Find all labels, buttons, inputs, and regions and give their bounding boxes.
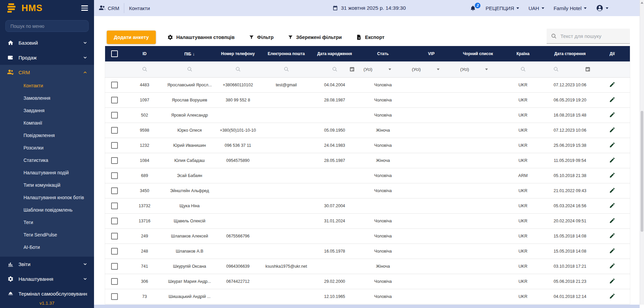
column-header-id[interactable]: ID — [124, 46, 166, 61]
edit-button[interactable] — [609, 112, 615, 118]
edit-button[interactable] — [609, 217, 615, 224]
sidebar-item-nalashtuvannya[interactable]: Налаштування — [0, 271, 94, 286]
select-all-checkbox[interactable] — [111, 50, 118, 57]
column-header-phone[interactable]: Номер телефону — [214, 46, 262, 61]
row-checkbox[interactable] — [111, 142, 118, 149]
filter-country[interactable] — [501, 61, 546, 77]
edit-button[interactable] — [609, 96, 615, 103]
row-checkbox[interactable] — [111, 278, 118, 285]
cell-created: 05.10.2018 21:38 — [546, 168, 595, 183]
filter-created[interactable] — [546, 61, 595, 77]
column-header-gender[interactable]: Стать — [359, 46, 407, 61]
filter-blacklist-select[interactable]: (Усі) — [456, 61, 501, 77]
filter-vip-select[interactable]: (Усі) — [407, 61, 456, 77]
user-menu[interactable] — [596, 4, 608, 12]
edit-button[interactable] — [609, 127, 615, 133]
column-header-country[interactable]: Країна — [501, 46, 546, 61]
notifications-button[interactable]: 2 — [470, 5, 476, 11]
sidebar-subitem-4[interactable]: Повідомлення — [0, 129, 94, 142]
row-checkbox[interactable] — [111, 203, 118, 209]
filter-gender-select[interactable]: (Усі) — [359, 61, 407, 77]
horizontal-scrollbar[interactable] — [94, 305, 640, 308]
sidebar-item-prodazh[interactable]: Продаж — [0, 50, 94, 65]
edit-button[interactable] — [609, 81, 615, 88]
row-checkbox[interactable] — [111, 248, 118, 255]
row-checkbox[interactable] — [111, 97, 118, 103]
sidebar-item-terminal[interactable]: Термінал самообслуговування — [0, 286, 94, 301]
reception-menu[interactable]: РЕЦЕПЦИЯ — [486, 5, 519, 11]
edit-button[interactable] — [609, 187, 615, 193]
row-checkbox[interactable] — [111, 127, 118, 134]
edit-button[interactable] — [609, 232, 615, 239]
cell-actions — [595, 228, 630, 244]
cell-name: Юрко Олеся — [166, 123, 214, 138]
filter-pib[interactable] — [166, 61, 214, 77]
edit-button[interactable] — [609, 142, 615, 148]
column-header-vip[interactable]: VIP — [407, 46, 456, 61]
table-search-input[interactable] — [560, 33, 626, 39]
row-checkbox[interactable] — [111, 157, 118, 164]
row-checkbox[interactable] — [111, 187, 118, 194]
sidebar-subitem-5[interactable]: Розсилки — [0, 142, 94, 154]
sidebar-subitem-0[interactable]: Контакти — [0, 80, 94, 92]
column-header-blacklist[interactable]: Чорний список — [456, 46, 501, 61]
row-checkbox[interactable] — [111, 218, 118, 224]
cell-name: Юрий Иванишин — [166, 138, 214, 153]
calendar-picker-icon[interactable] — [585, 67, 591, 72]
sidebar-subitem-9[interactable]: Налаштування кнопок ботів — [0, 191, 94, 204]
row-checkbox[interactable] — [111, 233, 118, 239]
sidebar-subitem-7[interactable]: Налаштування подій — [0, 167, 94, 179]
sidebar-item-crm[interactable]: CRM — [0, 65, 94, 80]
menu-search-input[interactable] — [5, 20, 89, 32]
cell-gender: Чоловіча — [359, 244, 407, 259]
row-checkbox[interactable] — [111, 293, 118, 300]
saved-filters-button[interactable]: Збережені фільтри — [288, 35, 342, 40]
edit-button[interactable] — [609, 248, 615, 254]
edit-button[interactable] — [609, 202, 615, 209]
edit-button[interactable] — [609, 263, 615, 269]
filter-phone[interactable] — [214, 61, 262, 77]
filter-id[interactable] — [124, 61, 166, 77]
scroll-up-icon[interactable] — [641, 2, 643, 4]
sidebar-item-zvity[interactable]: Звіти — [0, 257, 94, 271]
sidebar-subitem-12[interactable]: Теги SendPulse — [0, 229, 94, 241]
column-header-pib[interactable]: ПІБ↓ — [166, 46, 214, 61]
column-settings-button[interactable]: Налаштування стовпців — [167, 34, 235, 40]
breadcrumb-root[interactable]: CRM — [108, 5, 119, 11]
edit-button[interactable] — [609, 172, 615, 178]
cell-created: 04.01.2018 12:14 — [546, 289, 595, 304]
sidebar-subitem-8[interactable]: Типи комунікацій — [0, 179, 94, 191]
edit-button[interactable] — [609, 157, 615, 163]
export-button[interactable]: Експорт — [356, 34, 384, 40]
sidebar-subitem-3[interactable]: Компанії — [0, 117, 94, 129]
row-checkbox[interactable] — [111, 82, 118, 88]
hotel-menu[interactable]: Family Hotel — [554, 5, 587, 11]
calendar-picker-icon[interactable] — [349, 67, 355, 72]
filter-email[interactable] — [262, 61, 311, 77]
sidebar-subitem-6[interactable]: Статистика — [0, 154, 94, 167]
column-header-email[interactable]: Електронна пошта — [262, 46, 311, 61]
add-profile-button[interactable]: Додати анкету — [107, 31, 156, 44]
column-header-birthdate[interactable]: Дата народження — [311, 46, 359, 61]
sidebar-subitem-1[interactable]: Замовлення — [0, 92, 94, 104]
crm-submenu: КонтактиЗамовленняЗавданняКомпаніїПовідо… — [0, 80, 94, 257]
row-checkbox[interactable] — [111, 172, 118, 179]
edit-button[interactable] — [609, 293, 615, 299]
row-checkbox[interactable] — [111, 112, 118, 119]
column-header-created[interactable]: Дата створення — [546, 46, 595, 61]
sidebar-toggle-icon[interactable] — [81, 5, 88, 11]
filter-birthdate[interactable] — [311, 61, 359, 77]
row-checkbox[interactable] — [111, 263, 118, 270]
edit-button[interactable] — [609, 278, 615, 284]
vertical-scrollbar[interactable] — [640, 0, 644, 305]
sidebar-subitem-13[interactable]: AI-Боти — [0, 241, 94, 254]
currency-menu[interactable]: UAH — [528, 5, 544, 11]
filter-button[interactable]: Фільтр — [249, 35, 274, 40]
sidebar-subitem-11[interactable]: Теги — [0, 216, 94, 229]
table-row: 1232 Юрий Иванишин 096 536 37 11 24.04.1… — [105, 138, 630, 153]
sidebar-item-bazovyi[interactable]: Базовий — [0, 35, 94, 50]
vertical-scrollbar-thumb[interactable] — [641, 111, 643, 232]
sidebar-subitem-10[interactable]: Шаблони повідомлень — [0, 204, 94, 216]
sidebar-subitem-2[interactable]: Завдання — [0, 104, 94, 117]
chevron-down-icon — [542, 7, 544, 9]
